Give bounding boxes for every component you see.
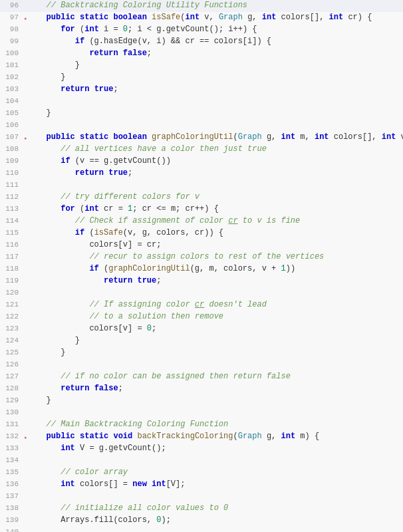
- line-marker: [24, 36, 29, 37]
- line-content: return false;: [29, 383, 403, 394]
- line-number: 97: [0, 12, 24, 23]
- code-line: 112 // try different colors for v: [0, 192, 403, 203]
- line-content: }: [29, 347, 403, 358]
- code-line: 129 }: [0, 395, 403, 407]
- line-marker: [24, 120, 29, 120]
- line-marker: [24, 335, 29, 336]
- line-number: 121: [0, 299, 24, 311]
- line-number: 114: [0, 215, 24, 227]
- code-line: 96 // Backtracking Coloring Utility Func…: [0, 0, 403, 12]
- line-content: for (int cr = 1; cr <= m; cr++) {: [29, 203, 403, 215]
- line-marker: [24, 84, 29, 84]
- code-line: 136 int colors[] = new int[V];: [0, 479, 403, 491]
- line-content: return true;: [29, 168, 403, 179]
- code-line: 121 // If assigning color cr doesn't lea…: [0, 299, 403, 311]
- line-content: }: [29, 335, 403, 346]
- line-content: int colors[] = new int[V];: [29, 479, 403, 490]
- line-marker: [24, 287, 29, 288]
- line-content: // recur to assign colors to rest of the…: [29, 251, 403, 263]
- line-content: colors[v] = cr;: [29, 239, 403, 251]
- code-line: 127 // if no color can be assigned then …: [0, 371, 403, 383]
- line-marker: [24, 227, 29, 228]
- line-marker: [24, 515, 29, 515]
- code-line: 134: [0, 455, 403, 467]
- line-content: colors[v] = 0;: [29, 323, 403, 334]
- line-number: 134: [0, 455, 24, 466]
- line-number: 109: [0, 156, 24, 167]
- line-marker: [24, 323, 29, 324]
- line-marker: [24, 479, 29, 479]
- line-content: }: [29, 108, 403, 119]
- line-number: 133: [0, 443, 24, 454]
- code-line: 124 }: [0, 335, 403, 347]
- line-content: public static void backTrackingColoring(…: [29, 431, 403, 442]
- code-line: 122 // to a solution then remove: [0, 311, 403, 323]
- code-line: 100 return false;: [0, 48, 403, 60]
- code-line: 107● public static boolean graphColoring…: [0, 132, 403, 144]
- line-content: // to a solution then remove: [29, 311, 403, 323]
- line-number: 106: [0, 120, 24, 131]
- line-number: 120: [0, 287, 24, 299]
- line-number: 107: [0, 132, 24, 143]
- line-number: 124: [0, 335, 24, 346]
- line-number: 112: [0, 192, 24, 203]
- line-number: 96: [0, 0, 24, 11]
- line-content: // if no color can be assigned then retu…: [29, 371, 403, 382]
- line-marker: [24, 407, 29, 408]
- line-marker: [24, 96, 29, 96]
- code-line: 137: [0, 491, 403, 503]
- code-line: 120: [0, 287, 403, 299]
- code-line: 98 for (int i = 0; i < g.getvCount(); i+…: [0, 24, 403, 36]
- line-content: Arrays.fill(colors, 0);: [29, 515, 403, 526]
- line-number: 103: [0, 84, 24, 95]
- line-marker: [24, 180, 29, 180]
- code-line: 116 colors[v] = cr;: [0, 239, 403, 251]
- line-content: for (int i = 0; i < g.getvCount(); i++) …: [29, 24, 403, 35]
- line-number: 131: [0, 419, 24, 430]
- line-number: 104: [0, 96, 24, 107]
- line-marker: [24, 215, 29, 216]
- line-number: 99: [0, 36, 24, 47]
- line-marker: [24, 239, 29, 240]
- code-line: 106: [0, 120, 403, 132]
- line-content: public static boolean graphColoringUtil(…: [29, 132, 403, 143]
- code-line: 131 // Main Backtracking Coloring Functi…: [0, 419, 403, 431]
- code-line: 113 for (int cr = 1; cr <= m; cr++) {: [0, 203, 403, 215]
- line-marker: [24, 144, 29, 144]
- code-line: 138 // initialize all color values to 0: [0, 503, 403, 515]
- line-marker: [24, 60, 29, 61]
- code-line: 133 int V = g.getvCount();: [0, 443, 403, 455]
- code-line: 115 if (isSafe(v, g, colors, cr)) {: [0, 227, 403, 239]
- line-number: 117: [0, 251, 24, 263]
- line-marker: ●: [24, 132, 29, 142]
- code-line: 130: [0, 407, 403, 419]
- line-number: 128: [0, 383, 24, 394]
- line-content: // all vertices have a color then just t…: [29, 144, 403, 155]
- line-number: 100: [0, 48, 24, 59]
- line-marker: [24, 108, 29, 108]
- code-line: 108 // all vertices have a color then ju…: [0, 144, 403, 156]
- code-line: 117 // recur to assign colors to rest of…: [0, 251, 403, 263]
- code-line: 118 if (graphColoringUtil(g, m, colors, …: [0, 263, 403, 275]
- line-marker: [24, 24, 29, 25]
- code-line: 102 }: [0, 72, 403, 84]
- code-line: 123 colors[v] = 0;: [0, 323, 403, 335]
- line-number: 123: [0, 323, 24, 334]
- line-marker: [24, 455, 29, 456]
- line-marker: [24, 443, 29, 444]
- code-line: 111: [0, 180, 403, 192]
- line-content: // Backtracking Coloring Utility Functio…: [29, 0, 403, 11]
- line-number: 119: [0, 275, 24, 287]
- line-number: 130: [0, 407, 24, 418]
- line-marker: ●: [24, 12, 29, 22]
- line-content: // try different colors for v: [29, 192, 403, 203]
- line-number: 138: [0, 503, 24, 514]
- line-marker: [24, 311, 29, 312]
- code-line: 104: [0, 96, 403, 108]
- code-line: 101 }: [0, 60, 403, 72]
- code-line: 139 Arrays.fill(colors, 0);: [0, 515, 403, 527]
- line-marker: [24, 275, 29, 276]
- line-number: 102: [0, 72, 24, 83]
- line-number: 132: [0, 431, 24, 442]
- line-number: 139: [0, 515, 24, 526]
